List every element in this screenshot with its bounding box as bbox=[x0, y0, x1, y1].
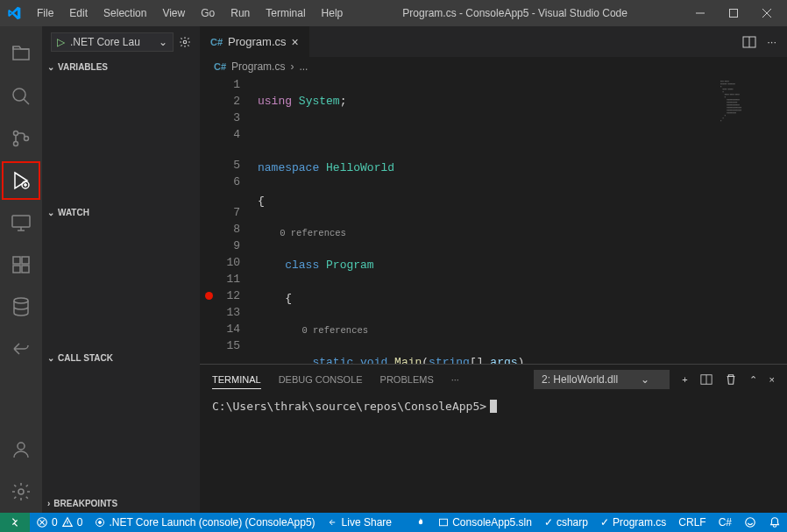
title-bar: File Edit Selection View Go Run Terminal… bbox=[0, 0, 787, 26]
codelens[interactable]: 0 references bbox=[301, 325, 368, 336]
section-breakpoints[interactable]: › Breakpoints bbox=[42, 493, 200, 513]
launch-config-select[interactable]: ▷ .NET Core Lau ⌄ bbox=[51, 32, 174, 52]
csharp-file-icon: C# bbox=[214, 61, 226, 72]
svg-rect-0 bbox=[730, 10, 738, 18]
status-bar: 0 0 .NET Core Launch (console) (ConsoleA… bbox=[0, 513, 787, 532]
svg-rect-8 bbox=[22, 257, 29, 264]
svg-rect-20 bbox=[440, 519, 448, 526]
menu-help[interactable]: Help bbox=[315, 4, 351, 23]
vscode-logo bbox=[7, 6, 21, 20]
new-terminal-icon[interactable]: + bbox=[682, 374, 687, 385]
activity-remote[interactable] bbox=[0, 202, 42, 244]
split-terminal-icon[interactable] bbox=[700, 373, 713, 386]
close-panel-icon[interactable]: × bbox=[769, 374, 775, 385]
chevron-down-icon: ⌄ bbox=[47, 208, 54, 217]
status-file[interactable]: ✓Program.cs bbox=[594, 513, 672, 532]
section-watch[interactable]: ⌄ Watch bbox=[42, 202, 200, 222]
panel-tab-more[interactable]: ··· bbox=[451, 371, 459, 388]
menu-view[interactable]: View bbox=[155, 4, 192, 23]
svg-rect-10 bbox=[22, 266, 29, 273]
svg-point-13 bbox=[18, 489, 24, 494]
play-icon: ▷ bbox=[57, 36, 65, 48]
maximize-panel-icon[interactable]: ⌃ bbox=[749, 374, 757, 386]
section-watch-label: Watch bbox=[58, 208, 89, 217]
status-notifications[interactable] bbox=[762, 513, 787, 532]
status-liveshare[interactable]: Live Share bbox=[322, 513, 398, 532]
debug-sidebar: ▷ .NET Core Lau ⌄ ⌄ Variables ⌄ Watch ⌄ … bbox=[42, 26, 200, 513]
svg-point-2 bbox=[14, 131, 18, 136]
section-breakpoints-label: Breakpoints bbox=[53, 499, 117, 508]
menu-bar: File Edit Selection View Go Run Terminal… bbox=[30, 4, 350, 23]
breadcrumb-sep: › bbox=[290, 60, 294, 73]
terminal-select-label: 2: HelloWorld.dll bbox=[542, 373, 618, 386]
menu-file[interactable]: File bbox=[30, 4, 60, 23]
status-lang-server[interactable]: ✓csharp bbox=[538, 513, 594, 532]
window-controls bbox=[680, 0, 780, 26]
panel-tab-terminal[interactable]: TERMINAL bbox=[212, 371, 261, 389]
editor-area: C# Program.cs × ··· C# Program.cs › ... … bbox=[200, 26, 787, 513]
section-callstack[interactable]: ⌄ Call Stack bbox=[42, 348, 200, 367]
gear-icon[interactable] bbox=[179, 36, 191, 48]
activity-extensions[interactable] bbox=[0, 244, 42, 286]
debug-toolbar: ▷ .NET Core Lau ⌄ bbox=[42, 26, 200, 57]
activity-source-control[interactable] bbox=[0, 117, 42, 160]
status-feedback[interactable] bbox=[738, 513, 762, 532]
svg-point-3 bbox=[14, 142, 18, 146]
activity-run-debug[interactable] bbox=[0, 160, 42, 202]
breadcrumb-file: Program.cs bbox=[231, 60, 285, 73]
status-launch-config[interactable]: .NET Core Launch (console) (ConsoleApp5) bbox=[89, 513, 321, 532]
section-callstack-label: Call Stack bbox=[58, 353, 113, 363]
tab-close-icon[interactable]: × bbox=[292, 35, 299, 49]
section-variables-label: Variables bbox=[58, 62, 108, 72]
svg-rect-6 bbox=[12, 216, 30, 227]
panel-tab-problems[interactable]: PROBLEMS bbox=[380, 371, 434, 388]
remote-indicator[interactable] bbox=[0, 513, 30, 532]
status-problems[interactable]: 0 0 bbox=[30, 513, 89, 532]
csharp-file-icon: C# bbox=[210, 37, 223, 47]
breakpoint-icon[interactable] bbox=[205, 292, 213, 300]
chevron-down-icon: ⌄ bbox=[159, 36, 167, 48]
status-flame[interactable] bbox=[409, 513, 432, 532]
split-editor-icon[interactable] bbox=[742, 35, 756, 49]
svg-point-4 bbox=[25, 137, 29, 141]
svg-point-12 bbox=[18, 443, 25, 450]
terminal[interactable]: C:\Users\thrak\source\repos\ConsoleApp5> bbox=[200, 394, 787, 513]
terminal-select[interactable]: 2: HelloWorld.dll ⌄ bbox=[534, 370, 670, 389]
menu-edit[interactable]: Edit bbox=[62, 4, 95, 23]
tab-program-cs[interactable]: C# Program.cs × bbox=[200, 26, 310, 57]
chevron-right-icon: › bbox=[47, 499, 50, 508]
gutter[interactable]: 1 2 3 4 5 6 7 8 9 10 11 12 13 14 15 bbox=[200, 76, 258, 364]
svg-point-11 bbox=[14, 298, 28, 303]
breadcrumb[interactable]: C# Program.cs › ... bbox=[200, 57, 787, 76]
menu-run[interactable]: Run bbox=[223, 4, 257, 23]
status-language[interactable]: C# bbox=[713, 513, 738, 532]
menu-terminal[interactable]: Terminal bbox=[259, 4, 312, 23]
chevron-down-icon: ⌄ bbox=[641, 373, 649, 386]
activity-liveshare[interactable] bbox=[0, 328, 42, 370]
status-eol[interactable]: CRLF bbox=[672, 513, 712, 532]
section-variables[interactable]: ⌄ Variables bbox=[42, 57, 200, 76]
menu-go[interactable]: Go bbox=[194, 4, 222, 23]
minimap[interactable]: ▄▄▄ ▄▄▄▄ ▄▄▄▄▄▄ ▄▄▄▄▄▄▄ ▄ ▄▄▄▄ ▄▄▄▄▄ ▄ ▄… bbox=[717, 76, 787, 364]
launch-config-label: .NET Core Lau bbox=[70, 36, 140, 48]
activity-search[interactable] bbox=[0, 75, 42, 117]
svg-point-21 bbox=[746, 518, 755, 528]
editor-tabs: C# Program.cs × ··· bbox=[200, 26, 787, 57]
more-actions-icon[interactable]: ··· bbox=[767, 35, 776, 48]
svg-point-14 bbox=[183, 40, 187, 44]
activity-explorer[interactable] bbox=[0, 33, 42, 75]
editor[interactable]: 1 2 3 4 5 6 7 8 9 10 11 12 13 14 15 usin… bbox=[200, 76, 787, 364]
tab-label: Program.cs bbox=[228, 35, 286, 48]
codelens[interactable]: 0 references bbox=[280, 228, 346, 238]
kill-terminal-icon[interactable] bbox=[725, 373, 737, 386]
panel-tab-debug-console[interactable]: DEBUG CONSOLE bbox=[279, 371, 363, 388]
activity-bar bbox=[0, 26, 42, 513]
close-button[interactable] bbox=[747, 0, 787, 26]
chevron-down-icon: ⌄ bbox=[47, 353, 54, 363]
activity-sql[interactable] bbox=[0, 286, 42, 328]
menu-selection[interactable]: Selection bbox=[96, 4, 153, 23]
code-content[interactable]: using System; namespace HelloWorld { 0 r… bbox=[258, 76, 787, 364]
activity-account[interactable] bbox=[0, 429, 42, 471]
status-solution[interactable]: ConsoleApp5.sln bbox=[432, 513, 538, 532]
activity-settings[interactable] bbox=[0, 471, 42, 513]
